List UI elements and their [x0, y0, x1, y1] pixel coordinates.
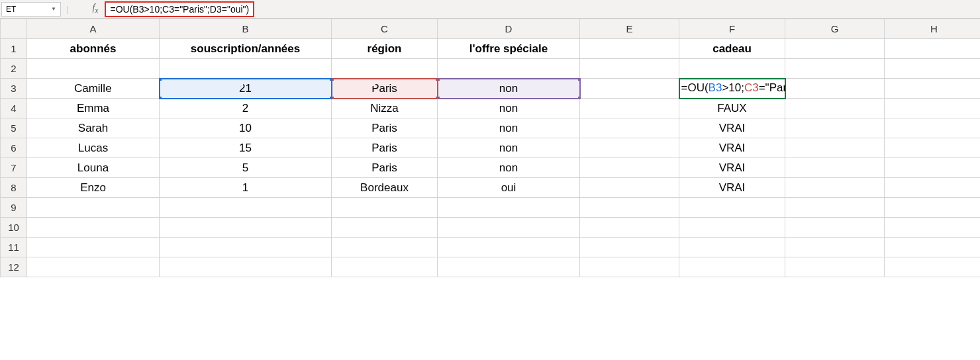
col-header[interactable]: D [438, 19, 580, 39]
cell[interactable] [332, 238, 438, 257]
cell[interactable] [27, 59, 160, 79]
cell[interactable] [679, 59, 785, 79]
chevron-down-icon[interactable]: ▼ [51, 6, 56, 12]
cell[interactable] [580, 118, 679, 138]
name-box[interactable]: ET ▼ [1, 2, 61, 17]
cell[interactable] [27, 238, 160, 257]
cell[interactable] [885, 99, 981, 118]
cell[interactable] [332, 59, 438, 79]
cell[interactable] [785, 99, 885, 118]
cell[interactable]: Louna [27, 158, 160, 178]
cell[interactable]: non [438, 138, 580, 158]
cell[interactable] [580, 138, 679, 158]
cell-ref-purple[interactable]: non [438, 79, 580, 99]
cell[interactable] [785, 138, 885, 158]
cell[interactable] [885, 198, 981, 218]
formula-text[interactable]: =OU(B3>10;C3="Paris";D3="oui") [105, 1, 254, 17]
cell[interactable] [785, 178, 885, 198]
cell[interactable] [885, 79, 981, 99]
cell[interactable] [27, 218, 160, 238]
col-header[interactable]: H [885, 19, 981, 39]
cell[interactable]: Bordeaux [332, 178, 438, 198]
cell[interactable] [160, 198, 332, 218]
cell[interactable]: VRAI [679, 138, 785, 158]
col-header[interactable]: F [679, 19, 785, 39]
cell[interactable] [885, 158, 981, 178]
cell[interactable] [885, 178, 981, 198]
cell[interactable]: Nizza [332, 99, 438, 118]
cell[interactable] [438, 238, 580, 257]
row-header[interactable]: 7 [1, 158, 27, 178]
col-header[interactable]: B [160, 19, 332, 39]
row-header[interactable]: 11 [1, 238, 27, 257]
cell[interactable]: l'offre spéciale [438, 39, 580, 59]
cell[interactable]: VRAI [679, 118, 785, 138]
cell[interactable] [580, 158, 679, 178]
cell[interactable]: Sarah [27, 118, 160, 138]
cell[interactable] [785, 39, 885, 59]
cell[interactable] [580, 79, 679, 99]
cell[interactable]: Paris [332, 158, 438, 178]
cell[interactable] [27, 198, 160, 218]
cell[interactable]: Paris [332, 138, 438, 158]
fx-icon[interactable]: fx [92, 3, 98, 15]
cell[interactable] [885, 39, 981, 59]
cell[interactable] [438, 218, 580, 238]
cell[interactable] [885, 118, 981, 138]
cell[interactable]: 15 [160, 138, 332, 158]
row-header[interactable]: 2 [1, 59, 27, 79]
spreadsheet-grid[interactable]: A B C D E F G H 1 abonnés souscription/a… [0, 19, 980, 277]
cell[interactable] [160, 59, 332, 79]
row-header[interactable]: 8 [1, 178, 27, 198]
row-header[interactable]: 9 [1, 198, 27, 218]
cell[interactable] [785, 238, 885, 257]
cell[interactable] [785, 158, 885, 178]
cell[interactable]: Lucas [27, 138, 160, 158]
cell[interactable] [580, 99, 679, 118]
row-header[interactable]: 5 [1, 118, 27, 138]
cell[interactable] [785, 79, 885, 99]
cell[interactable]: Enzo [27, 178, 160, 198]
cell[interactable] [785, 59, 885, 79]
cell[interactable] [580, 198, 679, 218]
cell[interactable] [785, 118, 885, 138]
cell[interactable]: non [438, 118, 580, 138]
cell[interactable] [885, 138, 981, 158]
cell[interactable] [580, 257, 679, 277]
cell[interactable]: Paris [332, 118, 438, 138]
col-header[interactable]: G [785, 19, 885, 39]
cell-ref-red[interactable]: Paris [332, 79, 438, 99]
cell[interactable] [438, 257, 580, 277]
cell[interactable]: cadeau [679, 39, 785, 59]
cell[interactable]: VRAI [679, 158, 785, 178]
select-all-corner[interactable] [1, 19, 27, 39]
cell[interactable]: non [438, 99, 580, 118]
cell[interactable] [785, 198, 885, 218]
cell[interactable] [438, 59, 580, 79]
col-header[interactable]: A [27, 19, 160, 39]
row-header[interactable]: 4 [1, 99, 27, 118]
col-header[interactable]: E [580, 19, 679, 39]
cell[interactable]: région [332, 39, 438, 59]
cell[interactable] [580, 218, 679, 238]
cell[interactable] [785, 257, 885, 277]
cell[interactable]: Camille [27, 79, 160, 99]
cell[interactable] [679, 198, 785, 218]
cell[interactable]: 10 [160, 118, 332, 138]
cell[interactable]: non [438, 158, 580, 178]
cell[interactable] [160, 238, 332, 257]
cell[interactable]: 2 [160, 99, 332, 118]
row-header[interactable]: 1 [1, 39, 27, 59]
cell[interactable] [580, 59, 679, 79]
cell[interactable] [332, 198, 438, 218]
cell[interactable] [438, 198, 580, 218]
cell[interactable] [332, 257, 438, 277]
cell[interactable]: VRAI [679, 178, 785, 198]
cell[interactable] [785, 218, 885, 238]
cell[interactable]: Emma [27, 99, 160, 118]
cell[interactable]: 1 [160, 178, 332, 198]
cell[interactable]: FAUX [679, 99, 785, 118]
row-header[interactable]: 12 [1, 257, 27, 277]
cell-ref-blue[interactable]: 21 [160, 79, 332, 99]
cell[interactable] [885, 257, 981, 277]
